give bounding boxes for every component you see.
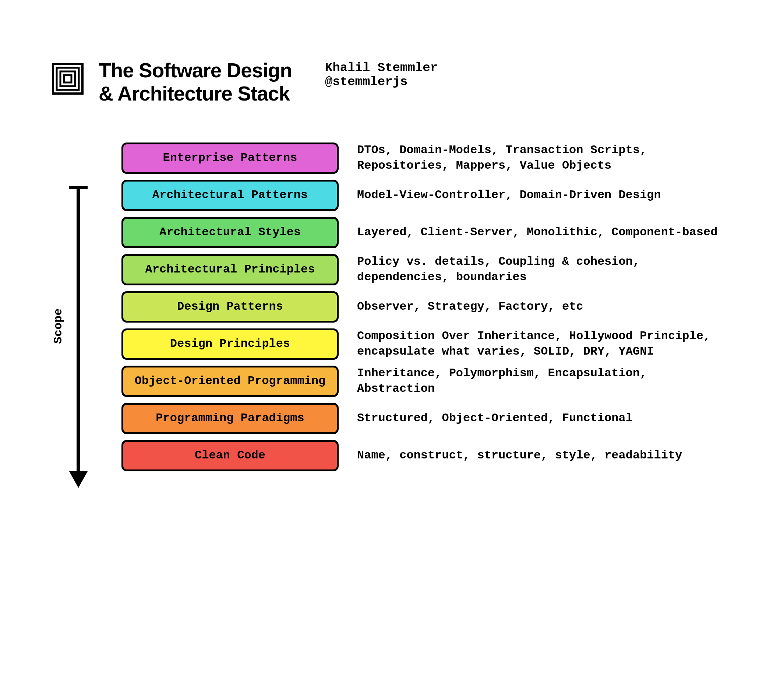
- title-block: The Software Design & Architecture Stack: [98, 59, 292, 106]
- layer-description: Policy vs. details, Coupling & cohesion,…: [357, 254, 732, 285]
- scope-arrow: Scope: [52, 179, 88, 489]
- layer-description: Model-View-Controller, Domain-Driven Des…: [357, 180, 732, 211]
- layer-description: DTOs, Domain-Models, Transaction Scripts…: [357, 142, 732, 174]
- author-handle: @stemmlerjs: [325, 75, 438, 89]
- layer-box: Architectural Styles: [122, 217, 339, 248]
- layer-description: Observer, Strategy, Factory, etc: [357, 291, 732, 322]
- layer-box: Clean Code: [122, 440, 339, 471]
- layer-description: Composition Over Inheritance, Hollywood …: [357, 329, 732, 360]
- author-name: Khalil Stemmler: [325, 61, 438, 75]
- stack-column: Enterprise PatternsArchitectural Pattern…: [122, 142, 339, 471]
- layer-box: Architectural Principles: [122, 254, 339, 285]
- diagram-container: The Software Design & Architecture Stack…: [52, 59, 732, 471]
- layer-description: Layered, Client-Server, Monolithic, Comp…: [357, 217, 732, 248]
- scope-column: Scope: [52, 142, 88, 471]
- layer-box: Design Principles: [122, 329, 339, 360]
- title-line-2: & Architecture Stack: [98, 82, 290, 105]
- spiral-icon: [52, 63, 84, 97]
- layer-description: Structured, Object-Oriented, Functional: [357, 403, 732, 434]
- header-row: The Software Design & Architecture Stack…: [52, 59, 732, 106]
- title-line-1: The Software Design: [98, 59, 292, 82]
- layer-description: Inheritance, Polymorphism, Encapsulation…: [357, 366, 732, 397]
- page-title: The Software Design & Architecture Stack: [98, 59, 292, 106]
- layer-box: Architectural Patterns: [122, 180, 339, 211]
- author-block: Khalil Stemmler @stemmlerjs: [325, 61, 438, 89]
- arrow-line: [77, 186, 80, 473]
- layer-box: Enterprise Patterns: [122, 142, 339, 174]
- arrow-head-icon: [69, 471, 87, 488]
- layer-description: Name, construct, structure, style, reada…: [357, 440, 732, 471]
- diagram-area: Scope Enterprise PatternsArchitectural P…: [52, 142, 732, 471]
- desc-column: DTOs, Domain-Models, Transaction Scripts…: [357, 142, 732, 471]
- layer-box: Programming Paradigms: [122, 403, 339, 434]
- layer-box: Object-Oriented Programming: [122, 366, 339, 397]
- svg-rect-3: [64, 75, 72, 83]
- layer-box: Design Patterns: [122, 291, 339, 322]
- svg-rect-2: [60, 72, 75, 86]
- scope-label: Scope: [52, 308, 65, 344]
